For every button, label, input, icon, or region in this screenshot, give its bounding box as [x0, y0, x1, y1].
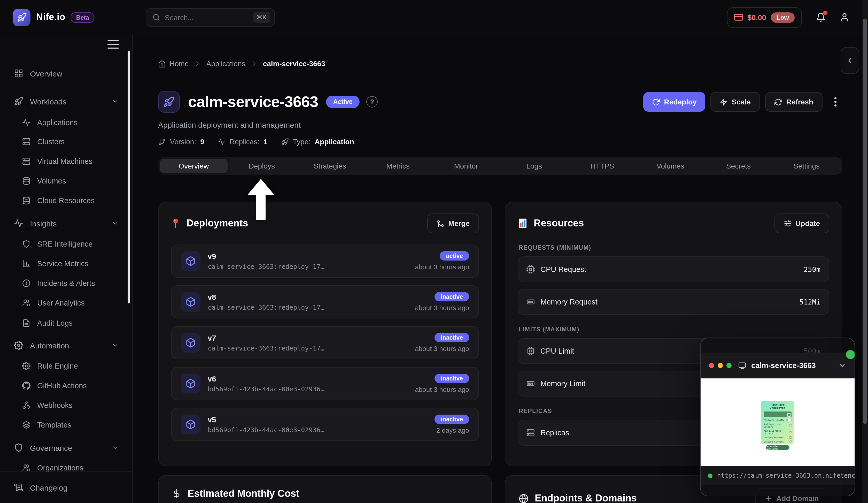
brand[interactable]: Nife.io Beta: [0, 0, 132, 35]
deployments-card: Deployments Merge v9calm-service-3663:re…: [158, 202, 492, 466]
package-icon: [181, 374, 200, 393]
refresh-button[interactable]: Refresh: [765, 92, 823, 112]
tabbar: Overview Deploys Strategies Metrics Moni…: [158, 157, 842, 175]
preview-urlbar: https://calm-service-3663.on.nifetency.c…: [701, 466, 855, 485]
section-requests: REQUESTS (MINIMUM): [519, 245, 828, 251]
chevron-down-icon: [112, 220, 119, 227]
deployment-row-v6[interactable]: v6bd569bf1-423b-44ac-80e3-02936… inactiv…: [171, 367, 479, 400]
pg-checkbox[interactable]: [789, 424, 792, 427]
tab-strategies[interactable]: Strategies: [296, 159, 364, 173]
notifications-button[interactable]: [816, 12, 826, 22]
notification-dot: [823, 11, 827, 15]
pg-option-uppercase: Add Uppercase Letters: [764, 423, 789, 428]
app-preview-window[interactable]: calm-service-3663 Password Generator Pas…: [700, 338, 855, 496]
pg-checkbox[interactable]: [789, 431, 792, 433]
tab-overview[interactable]: Overview: [160, 159, 228, 173]
chevron-down-icon[interactable]: [838, 361, 846, 370]
scale-button[interactable]: Scale: [711, 92, 760, 112]
sidebar-item-templates[interactable]: Templates: [0, 415, 132, 434]
memory-request-row[interactable]: Memory Request 512Mi: [518, 289, 829, 315]
sidebar-item-user-analytics[interactable]: User Analytics: [0, 294, 132, 312]
app-rocket-icon: [158, 91, 180, 113]
breadcrumb-current: calm-service-3663: [263, 60, 325, 68]
sidebar-group-governance[interactable]: Governance: [0, 438, 132, 457]
webhook-icon: [22, 401, 30, 409]
close-window-icon: [709, 363, 714, 368]
deployment-time: about 3 hours ago: [415, 345, 469, 352]
search-input[interactable]: Search... ⌘K: [146, 8, 275, 27]
deployment-row-v8[interactable]: v8calm-service-3663:redeploy-17… inactiv…: [171, 285, 479, 318]
sidebar-group-workloads[interactable]: Workloads: [0, 92, 132, 111]
merge-button[interactable]: Merge: [427, 214, 479, 233]
deployment-status-badge: inactive: [435, 333, 469, 342]
search-shortcut-kbd: ⌘K: [253, 12, 270, 23]
sidebar-item-github-actions[interactable]: GitHub Actions: [0, 376, 132, 395]
home-icon: [158, 60, 166, 68]
deployment-time: about 3 hours ago: [415, 386, 469, 393]
sidebar-toggle-button[interactable]: [107, 40, 119, 49]
chevron-down-icon: [112, 98, 119, 105]
sidebar-item-incidents-alerts[interactable]: Incidents & Alerts: [0, 274, 132, 292]
sidebar-group-automation[interactable]: Automation: [0, 336, 132, 355]
layers-icon: [22, 421, 30, 429]
database-icon: [22, 177, 30, 185]
sidebar-scrollbar[interactable]: [127, 51, 130, 304]
sidebar-item-cloud-resources[interactable]: Cloud Resources: [0, 191, 132, 210]
tab-volumes[interactable]: Volumes: [636, 159, 704, 173]
user-menu-button[interactable]: [840, 12, 849, 22]
page-scrollbar[interactable]: [863, 19, 867, 424]
tab-logs[interactable]: Logs: [500, 159, 568, 173]
help-button[interactable]: ?: [366, 96, 378, 107]
sidebar-item-clusters[interactable]: Clusters: [0, 132, 132, 151]
deployment-row-v5[interactable]: v5bd569bf1-423b-44ac-80e3-02936… inactiv…: [171, 408, 479, 441]
sidebar-item-overview[interactable]: Overview: [0, 64, 132, 83]
scroll-icon: [14, 483, 23, 492]
sidebar-item-service-metrics[interactable]: Service Metrics: [0, 254, 132, 273]
sidebar-item-webhooks[interactable]: Webhooks: [0, 396, 132, 414]
breadcrumb-applications[interactable]: Applications: [206, 60, 245, 68]
deployment-row-v7[interactable]: v7calm-service-3663:redeploy-17… inactiv…: [171, 326, 479, 359]
preview-titlebar[interactable]: calm-service-3663: [701, 352, 855, 378]
breadcrumb-home[interactable]: Home: [158, 60, 189, 68]
pg-option-numbers: Include Numbers: [764, 436, 784, 439]
tab-monitor[interactable]: Monitor: [432, 159, 500, 173]
preview-url[interactable]: https://calm-service-3663.on.nifetency.c…: [717, 472, 855, 479]
update-resources-button[interactable]: Update: [774, 214, 829, 233]
app-root: Nife.io Beta Search... ⌘K $0.00 Low: [0, 0, 868, 503]
activity-icon: [218, 138, 226, 145]
cpu-request-row[interactable]: CPU Request 250m: [518, 256, 829, 282]
pg-option-lowercase: Add Lowercase Letters: [764, 430, 789, 435]
sidebar-item-applications[interactable]: Applications: [0, 113, 132, 132]
tab-settings[interactable]: Settings: [772, 159, 840, 173]
copy-icon[interactable]: [787, 413, 790, 417]
collapse-panel-button[interactable]: [840, 47, 859, 74]
sidebar-item-audit-logs[interactable]: Audit Logs: [0, 314, 132, 332]
tab-metrics[interactable]: Metrics: [364, 159, 432, 173]
sidebar-item-sre-intelligence[interactable]: SRE Intelligence: [0, 235, 132, 253]
git-branch-icon: [158, 138, 166, 145]
chevron-right-icon: [194, 60, 201, 67]
pg-password-field[interactable]: [764, 411, 792, 417]
sidebar-item-virtual-machines[interactable]: Virtual Machines: [0, 152, 132, 171]
tab-deploys[interactable]: Deploys: [228, 159, 296, 173]
deployment-row-v9[interactable]: v9calm-service-3663:redeploy-17… activea…: [171, 245, 479, 278]
pg-length-input[interactable]: 26: [785, 419, 792, 421]
pointer-arrow-overlay: [247, 179, 274, 220]
shield-icon: [22, 240, 30, 248]
tab-https[interactable]: HTTPS: [568, 159, 637, 173]
monitor-icon: [738, 362, 746, 369]
page-subtitle: Application deployment and management: [158, 121, 842, 129]
sidebar-item-rule-engine[interactable]: Rule Engine: [0, 357, 132, 375]
sidebar-item-volumes[interactable]: Volumes: [0, 172, 132, 190]
tab-secrets[interactable]: Secrets: [704, 159, 773, 173]
pg-checkbox[interactable]: [789, 437, 792, 439]
window-traffic-lights[interactable]: [709, 363, 732, 368]
pg-checkbox[interactable]: [789, 441, 792, 443]
sidebar-item-changelog[interactable]: Changelog: [0, 478, 132, 497]
git-merge-icon: [437, 219, 444, 227]
sidebar-group-insights[interactable]: Insights: [0, 214, 132, 233]
redeploy-button[interactable]: Redeploy: [643, 92, 705, 112]
pg-generate-button[interactable]: Generate Password: [766, 445, 789, 450]
billing-button[interactable]: $0.00 Low: [727, 7, 802, 28]
more-options-button[interactable]: [829, 97, 842, 106]
